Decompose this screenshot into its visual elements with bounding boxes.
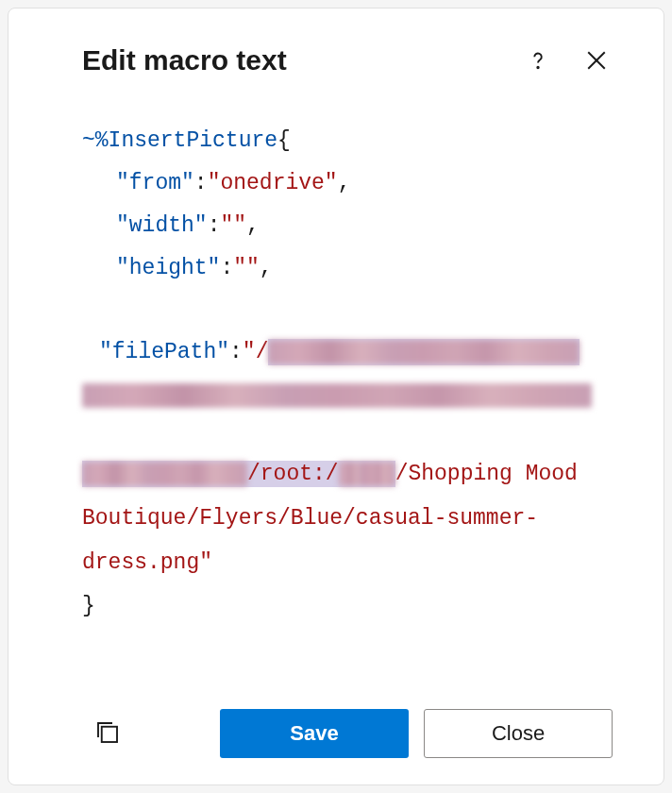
- value-filepath-start: "/: [243, 340, 269, 364]
- redacted-segment: [82, 383, 592, 408]
- code-line: "from":"onedrive",: [82, 162, 590, 205]
- close-brace: }: [82, 594, 95, 618]
- macro-prefix: ~%: [82, 128, 109, 153]
- code-line: ~%InsertPicture{: [82, 120, 590, 162]
- comma: ,: [260, 256, 273, 280]
- copy-button[interactable]: [88, 713, 127, 755]
- key-width: "width": [116, 213, 208, 238]
- redacted-segment: [82, 462, 247, 486]
- colon: :: [194, 171, 208, 195]
- code-line: }: [82, 585, 590, 628]
- comma: ,: [246, 213, 260, 238]
- close-dialog-button[interactable]: Close: [424, 709, 613, 758]
- blank-line: [82, 289, 590, 330]
- colon: :: [229, 340, 243, 364]
- dialog-header: Edit macro text: [8, 8, 664, 97]
- save-button[interactable]: Save: [220, 709, 409, 758]
- help-button[interactable]: [516, 39, 560, 82]
- code-line: "width":"",: [82, 205, 590, 247]
- help-icon: [524, 46, 552, 75]
- comma: ,: [338, 171, 351, 195]
- key-from: "from": [116, 171, 194, 195]
- value-filepath-root: /root:/: [247, 462, 339, 486]
- svg-rect-3: [102, 726, 117, 741]
- key-height: "height": [116, 256, 220, 280]
- macro-name: InsertPicture: [109, 128, 277, 153]
- dialog-title: Edit macro text: [82, 44, 501, 76]
- open-brace: {: [277, 128, 291, 153]
- close-button[interactable]: [575, 39, 618, 82]
- copy-icon: [93, 718, 122, 747]
- svg-point-0: [537, 67, 539, 69]
- value-width: "": [220, 213, 246, 238]
- macro-code-editor[interactable]: ~%InsertPicture{ "from":"onedrive", "wid…: [8, 97, 664, 694]
- colon: :: [220, 256, 233, 280]
- close-icon: [582, 46, 611, 75]
- colon: :: [208, 213, 221, 238]
- code-line: "height":"",: [82, 247, 590, 290]
- value-from: "onedrive": [208, 171, 338, 195]
- value-height: "": [233, 256, 260, 280]
- edit-macro-dialog: Edit macro text ~%InsertPicture{ "from":…: [8, 8, 664, 785]
- redacted-segment: [268, 340, 580, 364]
- code-line-filepath: "filePath":"//root://Shopping Mood Bouti…: [82, 330, 590, 585]
- dialog-footer: Save Close: [8, 694, 664, 785]
- redacted-segment: [339, 462, 395, 486]
- key-filepath: "filePath": [99, 340, 229, 364]
